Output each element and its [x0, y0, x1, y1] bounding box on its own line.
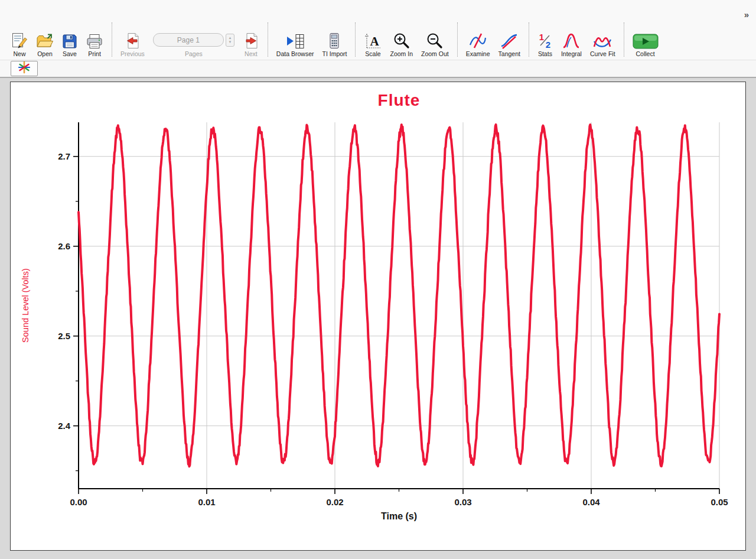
scale-button[interactable]: A Scale	[360, 31, 386, 57]
save-floppy-icon	[62, 31, 77, 49]
y-tick-label: 2.4	[58, 421, 71, 431]
next-label: Next	[245, 51, 258, 57]
previous-page-button[interactable]: Previous	[116, 31, 149, 57]
collect-group: Collect	[628, 31, 663, 57]
x-axis-label: Time (s)	[381, 511, 417, 521]
y-tick-label: 2.7	[58, 151, 70, 161]
toolbar-separator	[624, 22, 624, 57]
x-tick-label: 0.01	[198, 497, 215, 507]
y-tick-label: 2.6	[58, 241, 70, 251]
pages-label: Pages	[185, 51, 203, 57]
curve-fit-label: Curve Fit	[590, 51, 615, 57]
ti-import-button[interactable]: TI Import	[318, 31, 351, 57]
examine-button[interactable]: Examine	[462, 31, 494, 57]
starburst-icon	[18, 61, 31, 76]
data-browser-button[interactable]: Data Browser	[272, 31, 318, 57]
open-folder-icon	[36, 31, 54, 49]
data-browser-icon	[286, 31, 305, 49]
pages-control[interactable]: Page 1 ▲ ▼ Pages	[149, 31, 239, 57]
collect-label: Collect	[636, 51, 654, 57]
chart-title: Flute	[378, 91, 421, 109]
stepper-down-icon: ▼	[228, 40, 232, 44]
y-axis-label: Sound Level (Volts)	[21, 268, 30, 343]
tangent-icon	[500, 31, 518, 49]
analyze-group-2: 1 2 Stats Integral	[533, 31, 620, 57]
zoom-out-button[interactable]: Zoom Out	[417, 31, 453, 57]
svg-text:A: A	[370, 34, 380, 48]
open-button[interactable]: Open	[32, 31, 58, 57]
ti-calculator-icon	[327, 31, 342, 49]
graph-canvas[interactable]: 0.000.010.020.030.040.052.42.52.62.7Flut…	[10, 82, 746, 551]
save-button[interactable]: Save	[58, 31, 82, 57]
toolbar-separator	[268, 22, 268, 57]
toolbar-separator	[112, 22, 112, 57]
new-label: New	[13, 51, 25, 57]
x-tick-label: 0.00	[70, 497, 87, 507]
pages-stepper[interactable]: ▲ ▼	[226, 34, 234, 47]
collect-icon	[633, 31, 659, 49]
pages-dropdown[interactable]: Page 1 ▲ ▼	[153, 31, 234, 49]
autoscale-icon: A	[364, 31, 382, 49]
tangent-label: Tangent	[498, 51, 520, 57]
next-page-icon	[243, 31, 259, 49]
curve-fit-button[interactable]: Curve Fit	[586, 31, 620, 57]
tab-row	[0, 60, 756, 78]
examine-label: Examine	[466, 51, 490, 57]
x-tick-label: 0.05	[711, 497, 728, 507]
svg-text:2: 2	[546, 40, 550, 49]
stats-button[interactable]: 1 2 Stats	[533, 31, 557, 57]
zoom-out-label: Zoom Out	[421, 51, 449, 57]
stats-label: Stats	[538, 51, 552, 57]
sound-level-graph[interactable]: 0.000.010.020.030.040.052.42.52.62.7Flut…	[11, 82, 745, 550]
integral-label: Integral	[561, 51, 582, 57]
tangent-button[interactable]: Tangent	[494, 31, 524, 57]
zoom-in-icon	[393, 31, 410, 49]
toolbar-overflow-button[interactable]: »	[742, 9, 751, 20]
toolbar-separator	[457, 22, 458, 57]
data-group: Data Browser TI Import	[272, 31, 351, 57]
x-tick-label: 0.02	[326, 497, 343, 507]
examine-icon	[469, 31, 487, 49]
zoom-in-button[interactable]: Zoom In	[386, 31, 417, 57]
file-group: New Open	[7, 31, 107, 57]
data-browser-label: Data Browser	[276, 51, 314, 57]
open-label: Open	[37, 51, 53, 57]
new-document-icon	[11, 31, 28, 49]
collect-button[interactable]: Collect	[628, 31, 663, 57]
save-label: Save	[63, 51, 77, 57]
new-button[interactable]: New	[7, 31, 32, 57]
x-tick-label: 0.04	[582, 497, 600, 507]
ti-import-label: TI Import	[322, 51, 347, 57]
integral-icon	[562, 31, 580, 49]
integral-button[interactable]: Integral	[557, 31, 586, 57]
previous-page-icon	[124, 31, 141, 49]
waveform-trace	[79, 125, 719, 467]
zoom-out-icon	[426, 31, 444, 49]
previous-label: Previous	[120, 51, 145, 57]
page-nav-group: Previous Page 1 ▲ ▼ Pages	[116, 31, 263, 57]
zoom-in-label: Zoom In	[390, 51, 413, 57]
analyze-group-1: Examine Tangent	[462, 31, 524, 57]
toolbar-separator	[355, 22, 356, 57]
toolbar-separator	[529, 22, 529, 57]
app-window: New Open	[0, 0, 756, 551]
pages-value: Page 1	[177, 36, 200, 44]
scale-label: Scale	[365, 51, 380, 57]
y-tick-label: 2.5	[58, 331, 70, 341]
stepper-up-icon: ▲	[228, 36, 232, 40]
zoom-group: A Scale Zoom In	[360, 31, 452, 57]
print-button[interactable]: Print	[82, 31, 107, 57]
printer-icon	[86, 31, 103, 49]
toolbar: New Open	[0, 0, 756, 60]
stats-icon: 1 2	[537, 31, 553, 49]
curve-fit-icon	[593, 31, 612, 49]
workspace: 0.000.010.020.030.040.052.42.52.62.7Flut…	[0, 78, 756, 551]
print-label: Print	[88, 51, 101, 57]
next-page-button[interactable]: Next	[239, 31, 263, 57]
x-tick-label: 0.03	[454, 497, 471, 507]
page-tab[interactable]	[11, 61, 38, 76]
svg-text:1: 1	[539, 32, 544, 42]
